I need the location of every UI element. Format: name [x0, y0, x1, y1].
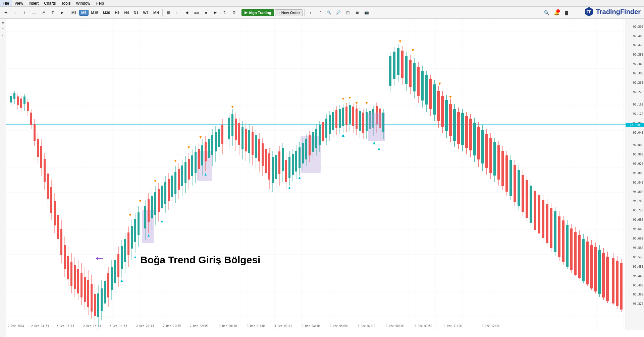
svg-rect-10: [17, 96, 19, 105]
menu-window[interactable]: Window: [73, 0, 93, 6]
menu-help[interactable]: Help: [93, 0, 107, 6]
svg-rect-56: [94, 294, 96, 316]
svg-rect-312: [501, 151, 504, 186]
tf-mn[interactable]: MN: [151, 10, 161, 16]
svg-rect-366: [612, 258, 614, 304]
toolbar-indicators[interactable]: ◆: [183, 8, 192, 17]
svg-rect-153: [238, 123, 240, 145]
chart-area[interactable]: ▲: [6, 19, 626, 330]
tf-m5[interactable]: M5: [79, 10, 88, 16]
toolbar-window-list[interactable]: ☰: [353, 8, 362, 17]
svg-rect-133: [208, 139, 210, 158]
menu-insert[interactable]: Insert: [26, 0, 41, 6]
toolbar-play[interactable]: ▶: [211, 8, 220, 17]
svg-text:▼: ▼: [341, 96, 345, 101]
toolbar-text[interactable]: T: [48, 8, 57, 17]
svg-rect-189: [299, 147, 301, 168]
svg-rect-322: [522, 175, 524, 212]
menu-charts[interactable]: Charts: [41, 0, 58, 6]
search-icon[interactable]: 🔍: [543, 9, 550, 16]
expand-icon[interactable]: ▐▌: [563, 9, 570, 16]
notification-icon[interactable]: 🔔 1: [553, 9, 560, 16]
toolbar-line[interactable]: /: [20, 8, 29, 17]
price-label-96560: 96.560: [633, 246, 643, 250]
price-label-96960: 96.960: [633, 153, 643, 156]
tf-m15[interactable]: M15: [89, 10, 100, 16]
svg-rect-98: [158, 189, 160, 212]
new-order-icon: +: [278, 11, 280, 15]
svg-rect-108: [174, 172, 176, 194]
svg-rect-352: [582, 239, 585, 281]
menu-file[interactable]: File: [0, 0, 12, 6]
tf-h4[interactable]: H4: [122, 10, 131, 16]
menu-tools[interactable]: Tools: [59, 0, 73, 6]
algo-icon: ▶: [245, 10, 247, 15]
svg-rect-308: [493, 142, 496, 176]
new-order-button[interactable]: + New Order: [275, 9, 303, 16]
svg-rect-163: [255, 135, 257, 158]
price-label-97340: 97.340: [633, 62, 643, 66]
chart-container: ⬌ + / — | T AUDJPY, M5: Australian Dolla…: [0, 19, 644, 337]
svg-rect-3: [6, 19, 626, 330]
svg-text:▼: ▼: [438, 81, 442, 86]
toolbar-refresh[interactable]: ↻: [220, 8, 229, 17]
svg-rect-354: [586, 242, 589, 284]
toolbar-grid[interactable]: ∷: [315, 8, 324, 17]
svg-text:3 Dec 11:10: 3 Dec 11:10: [444, 325, 462, 328]
toolbar-zoom-out2[interactable]: 🔎: [334, 8, 343, 17]
toolbar-properties[interactable]: ◫: [343, 8, 352, 17]
svg-text:▲: ▲: [160, 219, 164, 223]
svg-rect-140: [215, 132, 217, 151]
toolbar-shapes[interactable]: ▶: [58, 8, 66, 17]
svg-rect-350: [578, 235, 581, 278]
svg-text:3 Dec 07:10: 3 Dec 07:10: [358, 325, 375, 328]
svg-rect-210: [329, 115, 331, 134]
left-tb-hline[interactable]: —: [0, 38, 6, 44]
svg-rect-228: [356, 109, 358, 129]
toolbar-charttype[interactable]: ▦: [164, 8, 173, 17]
svg-rect-129: [201, 145, 203, 165]
tf-m30[interactable]: M30: [101, 10, 112, 16]
left-tb-text[interactable]: T: [0, 50, 6, 56]
toolbar-zoom-out[interactable]: □: [173, 8, 182, 17]
toolbar-hline[interactable]: —: [30, 8, 38, 17]
left-tb-cross[interactable]: +: [0, 26, 6, 31]
svg-rect-298: [473, 123, 476, 155]
svg-rect-306: [489, 138, 492, 173]
menu-view[interactable]: View: [12, 0, 26, 6]
tf-d1[interactable]: D1: [132, 10, 141, 16]
svg-text:←: ←: [94, 251, 105, 264]
price-label-96800: 96.800: [633, 190, 643, 194]
svg-rect-94: [151, 196, 153, 218]
svg-rect-169: [265, 149, 267, 173]
svg-rect-196: [305, 139, 307, 159]
svg-rect-171: [268, 153, 270, 180]
toolbar-cursor[interactable]: ⬌: [1, 8, 10, 17]
toolbar-arrow[interactable]: ↗: [39, 8, 48, 17]
svg-rect-100: [161, 186, 163, 208]
toolbar-stop[interactable]: ■: [202, 8, 210, 17]
algo-trading-button[interactable]: ▶ Algo Trading: [241, 9, 274, 16]
tf-m1[interactable]: M1: [69, 10, 78, 16]
toolbar-levels[interactable]: ↕: [306, 8, 315, 17]
left-tb-cursor[interactable]: ⬌: [0, 20, 6, 25]
svg-rect-18: [30, 113, 32, 125]
price-label-97260: 97.260: [633, 81, 643, 84]
svg-text:▲: ▲: [377, 146, 381, 151]
left-tb-line[interactable]: /: [0, 32, 6, 38]
tf-w1[interactable]: W1: [141, 10, 151, 16]
toolbar-crosshair[interactable]: +: [11, 8, 19, 17]
tf-h1[interactable]: H1: [113, 10, 121, 16]
price-label-96440: 96.440: [633, 274, 643, 278]
svg-rect-206: [322, 122, 324, 141]
toolbar-settings2[interactable]: ⚙: [230, 8, 238, 17]
left-tb-vline[interactable]: |: [0, 44, 6, 50]
toolbar-ide[interactable]: IDE: [192, 8, 201, 17]
price-label-96760: 96.760: [633, 199, 643, 203]
price-label-96680: 96.680: [633, 218, 643, 221]
toolbar-zoom-in[interactable]: 🔍: [325, 8, 333, 17]
toolbar-screenshot[interactable]: 📷: [362, 8, 371, 17]
svg-rect-224: [349, 105, 351, 124]
svg-text:2 Dec 22:55: 2 Dec 22:55: [190, 325, 208, 328]
svg-rect-268: [417, 67, 420, 96]
